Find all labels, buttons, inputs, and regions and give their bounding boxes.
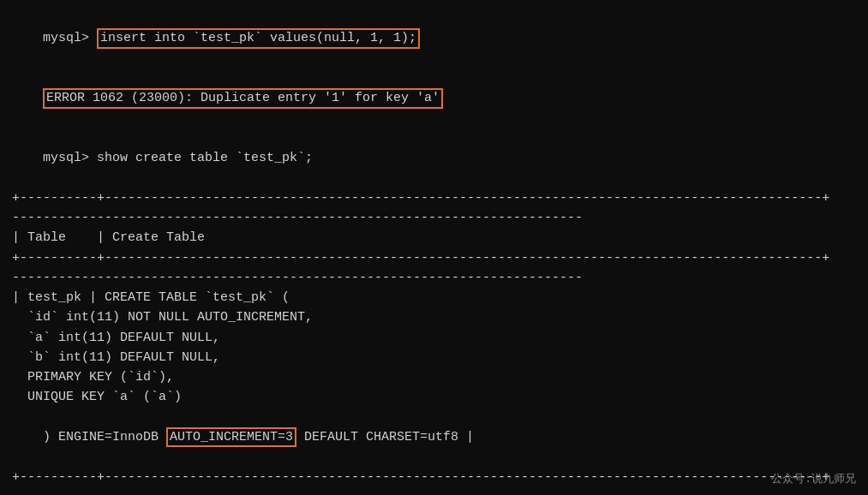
prompt1: mysql>	[43, 31, 97, 45]
data-row-7-pre: ) ENGINE=InnoDB	[43, 430, 166, 444]
data-row-5: PRIMARY KEY (`id`),	[12, 367, 856, 387]
divider5: +----------+----------------------------…	[12, 468, 856, 487]
cmd1-highlight: insert into `test_pk` values(null, 1, 1)…	[97, 28, 420, 49]
table-header-row: | Table | Create Table	[12, 228, 856, 248]
cmd2-line: mysql> show create table `test_pk`;	[12, 128, 856, 188]
divider4: ----------------------------------------…	[12, 268, 856, 288]
divider1: +----------+----------------------------…	[12, 188, 856, 208]
data-row-7-post: DEFAULT CHARSET=utf8 |	[296, 430, 474, 444]
data-row-3: `a` int(11) DEFAULT NULL,	[12, 328, 856, 348]
divider2: ----------------------------------------…	[12, 208, 856, 228]
divider6: ----------------------------------------…	[12, 487, 856, 495]
cmd2-text: show create table `test_pk`;	[97, 151, 313, 165]
cmd1-line: mysql> insert into `test_pk` values(null…	[12, 9, 856, 69]
auto-increment-highlight: AUTO_INCREMENT=3	[166, 427, 296, 448]
error-highlight: ERROR 1062 (23000): Duplicate entry '1' …	[43, 88, 443, 109]
error-line: ERROR 1062 (23000): Duplicate entry '1' …	[12, 69, 856, 128]
prompt2: mysql>	[43, 151, 97, 165]
divider3: +----------+----------------------------…	[12, 248, 856, 268]
watermark: 公众号:说九师兄	[771, 471, 856, 486]
data-row-7: ) ENGINE=InnoDB AUTO_INCREMENT=3 DEFAULT…	[12, 408, 856, 468]
data-row-start: | test_pk | CREATE TABLE `test_pk` (	[12, 288, 856, 307]
terminal: mysql> insert into `test_pk` values(null…	[0, 0, 868, 495]
data-row-6: UNIQUE KEY `a` (`a`)	[12, 387, 856, 407]
data-row-2: `id` int(11) NOT NULL AUTO_INCREMENT,	[12, 307, 856, 327]
data-row-4: `b` int(11) DEFAULT NULL,	[12, 348, 856, 367]
